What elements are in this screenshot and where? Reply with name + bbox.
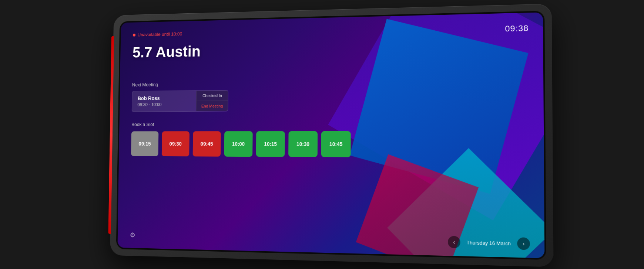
current-time: 09:38 [505, 23, 529, 34]
meeting-info: Bob Ross 09:30 - 10:00 [132, 91, 197, 112]
prev-date-button[interactable]: ‹ [448, 236, 460, 248]
slot-1045[interactable]: 10:45 [321, 131, 351, 157]
meeting-actions: Checked In End Meeting [196, 91, 228, 111]
date-text: Thursday 16 March [467, 239, 511, 246]
slot-1000[interactable]: 10:00 [224, 131, 253, 157]
tablet-device: Unavailable until 10:00 09:38 5.7 Austin… [110, 4, 554, 267]
checked-in-button[interactable]: Checked In [197, 91, 228, 101]
meeting-name: Bob Ross [138, 95, 191, 101]
meeting-card: Bob Ross 09:30 - 10:00 Checked In End Me… [132, 90, 228, 112]
unavailable-dot [133, 33, 135, 36]
screen-content: Unavailable until 10:00 09:38 5.7 Austin… [117, 12, 544, 258]
next-date-button[interactable]: › [517, 237, 530, 250]
slot-0915[interactable]: 09:15 [131, 131, 158, 156]
unavailable-badge: Unavailable until 10:00 [133, 31, 182, 37]
slot-1030[interactable]: 10:30 [288, 131, 318, 157]
slot-1015[interactable]: 10:15 [256, 131, 285, 157]
settings-icon[interactable]: ⚙ [130, 231, 135, 239]
slots-row: 09:15 09:30 09:45 10:00 10:15 10:30 10:4… [131, 131, 530, 158]
meeting-time: 09:30 - 10:00 [137, 102, 191, 107]
date-nav: ‹ Thursday 16 March › [448, 236, 530, 250]
end-meeting-button[interactable]: End Meeting [197, 101, 228, 111]
book-slot-label: Book a Slot [131, 120, 529, 127]
unavailable-text: Unavailable until 10:00 [137, 31, 182, 37]
slot-0945[interactable]: 09:45 [193, 131, 221, 157]
next-meeting-label: Next Meeting [132, 78, 529, 88]
slot-0930[interactable]: 09:30 [162, 131, 189, 156]
tablet-bezel: Unavailable until 10:00 09:38 5.7 Austin… [116, 11, 546, 260]
scene: Unavailable until 10:00 09:38 5.7 Austin… [0, 0, 644, 269]
screen: Unavailable until 10:00 09:38 5.7 Austin… [117, 12, 544, 258]
